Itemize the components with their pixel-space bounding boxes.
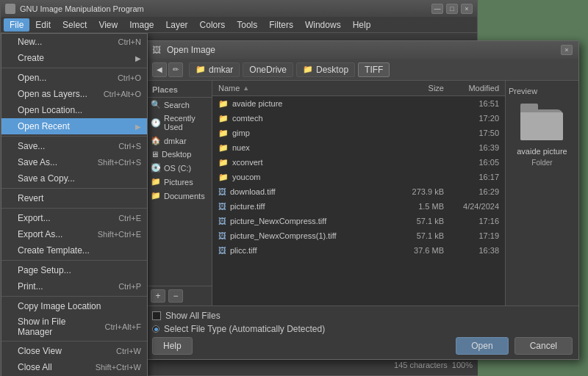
select-file-type-radio[interactable] <box>152 325 159 333</box>
file-item-download-tiff[interactable]: 🖼 download.tiff 273.9 kB 16:29 <box>212 184 505 199</box>
show-all-files-checkbox[interactable] <box>152 311 161 320</box>
file-item-comtech[interactable]: 📁 comtech 17:20 <box>212 111 505 126</box>
places-header: Places <box>146 81 212 98</box>
file-item-plicc[interactable]: 🖼 plicc.tiff 37.6 MB 16:38 <box>212 243 505 258</box>
menu-page-setup[interactable]: Page Setup... <box>1 262 147 278</box>
place-recently-used[interactable]: 🕐 Recently Used <box>146 112 212 134</box>
menu-open-recent[interactable]: Open Recent ▶ <box>1 118 147 134</box>
open-image-dialog: 🖼 Open Image × ◀ ✏ 📁 dmkar OneDrive 📁 De… <box>146 40 579 360</box>
menu-help[interactable]: Help <box>347 18 377 32</box>
dialog-title-bar: 🖼 Open Image × <box>146 41 578 59</box>
pictures-icon: 📁 <box>151 177 161 187</box>
drive-icon: 💽 <box>151 163 161 173</box>
file-item-picture-tiff[interactable]: 🖼 picture.tiff 1.5 MB 4/24/2024 <box>212 199 505 214</box>
menu-select[interactable]: Select <box>57 18 93 32</box>
menu-tools[interactable]: Tools <box>231 18 263 32</box>
minimize-button[interactable]: — <box>431 4 443 14</box>
file-list-panel: Name ▲ Size Modified 📁 avaide picture <box>212 81 505 306</box>
tiff-icon-newx: 🖼 <box>218 217 226 225</box>
folder-icon-xconvert: 📁 <box>218 158 229 167</box>
nav-back-button[interactable]: ◀ <box>152 62 167 77</box>
add-place-button[interactable]: + <box>151 289 165 303</box>
place-search[interactable]: 🔍 Search <box>146 98 212 112</box>
folder-icon-youcom: 📁 <box>218 173 229 182</box>
breadcrumb-dmkar[interactable]: 📁 dmkar <box>189 62 240 77</box>
close-button[interactable]: × <box>461 4 473 14</box>
app-title: GNU Image Manipulation Program <box>20 4 427 13</box>
menu-export[interactable]: Export... Ctrl+E <box>1 210 147 226</box>
breadcrumb-desktop[interactable]: 📁 Desktop <box>296 62 355 77</box>
show-all-files-label: Show All Files <box>165 311 220 321</box>
menu-filters[interactable]: Filters <box>263 18 299 32</box>
help-button[interactable]: Help <box>152 337 193 355</box>
place-osc[interactable]: 💽 OS (C:) <box>146 161 212 175</box>
select-file-type-label: Select File Type (Automatically Detected… <box>164 324 325 334</box>
action-buttons: Open Cancel <box>456 337 573 355</box>
dialog-close-button[interactable]: × <box>561 45 573 55</box>
file-item-picture-newx[interactable]: 🖼 picture_NewxCompress.tiff 57.1 kB 17:1… <box>212 214 505 228</box>
menu-export-as[interactable]: Export As... Shift+Ctrl+E <box>1 226 147 242</box>
menu-open[interactable]: Open... Ctrl+O <box>1 70 147 86</box>
menu-open-layers[interactable]: Open as Layers... Ctrl+Alt+O <box>1 86 147 102</box>
menu-view[interactable]: View <box>93 18 123 32</box>
menu-print[interactable]: Print... Ctrl+P <box>1 278 147 294</box>
menu-show-file-manager[interactable]: Show in File Manager Ctrl+Alt+F <box>1 314 147 339</box>
window-controls: — □ × <box>431 4 473 14</box>
preview-file-type: Folder <box>531 159 552 167</box>
place-desktop[interactable]: 🖥 Desktop <box>146 148 212 161</box>
place-dmkar[interactable]: 🏠 dmkar <box>146 134 212 148</box>
menu-edit[interactable]: Edit <box>29 18 57 32</box>
menu-colors[interactable]: Colors <box>194 18 232 32</box>
menu-new[interactable]: New... Ctrl+N <box>1 34 147 50</box>
clock-icon: 🕐 <box>151 118 161 128</box>
preview-panel: Preview avaide picture Folder <box>505 81 578 306</box>
show-all-files-row: Show All Files <box>152 311 573 321</box>
folder-front <box>520 112 563 140</box>
menu-layer[interactable]: Layer <box>160 18 194 32</box>
folder-icon-2: 📁 <box>303 65 313 74</box>
file-item-gimp[interactable]: 📁 gimp 17:50 <box>212 126 505 140</box>
maximize-button[interactable]: □ <box>446 4 458 14</box>
search-icon: 🔍 <box>151 100 161 109</box>
menu-windows[interactable]: Windows <box>299 18 347 32</box>
file-item-nuex[interactable]: 📁 nuex 16:39 <box>212 140 505 155</box>
cancel-button[interactable]: Cancel <box>514 337 573 355</box>
file-item-xconvert[interactable]: 📁 xconvert 16:05 <box>212 155 505 170</box>
nav-edit-button[interactable]: ✏ <box>168 62 183 77</box>
breadcrumb-tiff[interactable]: TIFF <box>358 62 390 77</box>
preview-header: Preview <box>509 87 537 95</box>
preview-icon <box>519 101 566 142</box>
menu-save-copy[interactable]: Save a Copy... <box>1 170 147 187</box>
char-count: 145 characters <box>394 361 448 369</box>
col-size-header[interactable]: Size <box>396 84 444 93</box>
file-list: 📁 avaide picture 16:51 📁 comtech 17:20 <box>212 96 505 306</box>
tiff-icon-plicc: 🖼 <box>218 246 226 255</box>
remove-place-button[interactable]: − <box>168 289 183 303</box>
col-name-header[interactable]: Name ▲ <box>218 84 396 93</box>
place-documents[interactable]: 📁 Documents <box>146 189 212 203</box>
separator-2 <box>1 136 147 137</box>
open-button[interactable]: Open <box>456 337 508 355</box>
file-item-youcom[interactable]: 📁 youcom 16:17 <box>212 170 505 184</box>
menu-file[interactable]: File <box>4 18 29 32</box>
dialog-content: Places 🔍 Search 🕐 Recently Used 🏠 dmkar … <box>146 81 578 306</box>
menu-create[interactable]: Create ▶ <box>1 50 147 66</box>
place-pictures[interactable]: 📁 Pictures <box>146 175 212 189</box>
separator-4 <box>1 208 147 209</box>
menu-close-view[interactable]: Close View Ctrl+W <box>1 343 147 359</box>
breadcrumb-onedrive[interactable]: OneDrive <box>243 62 293 77</box>
col-modified-header[interactable]: Modified <box>444 84 499 93</box>
file-item-picture-newx1[interactable]: 🖼 picture_NewxCompress(1).tiff 57.1 kB 1… <box>212 228 505 243</box>
file-item-avaide[interactable]: 📁 avaide picture 16:51 <box>212 96 505 111</box>
menu-create-template[interactable]: Create Template... <box>1 242 147 258</box>
menu-image[interactable]: Image <box>123 18 159 32</box>
menu-open-location[interactable]: Open Location... <box>1 102 147 118</box>
menu-copy-location[interactable]: Copy Image Location <box>1 298 147 314</box>
menu-close-all[interactable]: Close All Shift+Ctrl+W <box>1 359 147 375</box>
menu-revert[interactable]: Revert <box>1 190 147 206</box>
tiff-icon-newx1: 🖼 <box>218 231 226 240</box>
menu-save-as[interactable]: Save As... Shift+Ctrl+S <box>1 154 147 170</box>
menu-save[interactable]: Save... Ctrl+S <box>1 138 147 154</box>
home-icon: 🏠 <box>151 136 161 145</box>
tiff-icon-picture: 🖼 <box>218 202 226 211</box>
